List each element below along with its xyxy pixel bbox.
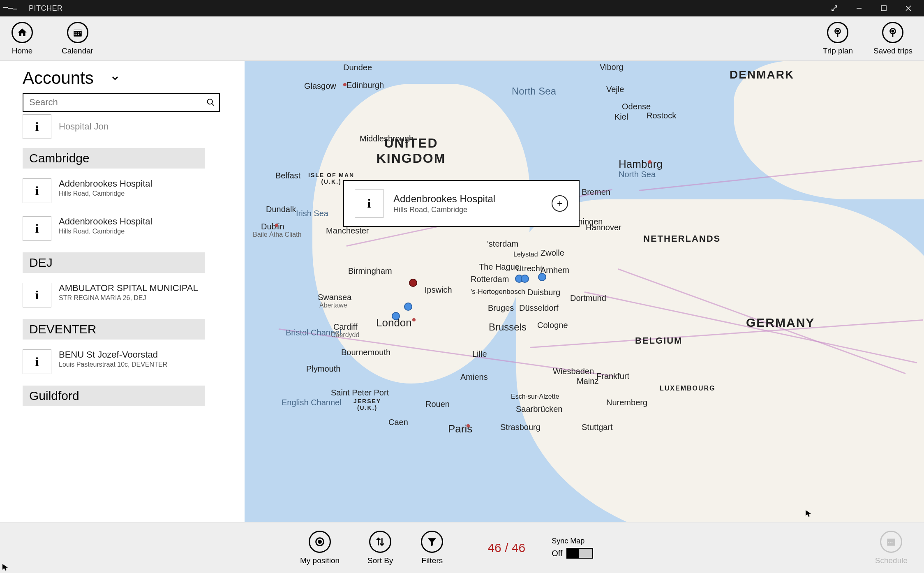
- list-item[interactable]: i AMBULATOR SPITAL MUNICIPAL STR REGINA …: [23, 281, 220, 309]
- city-label: Bremen: [582, 187, 610, 197]
- info-icon[interactable]: i: [23, 114, 51, 139]
- country-label: DENMARK: [730, 68, 794, 81]
- city-label: Caen: [388, 418, 408, 427]
- accounts-dropdown[interactable]: Accounts: [23, 68, 245, 88]
- search-box[interactable]: [23, 93, 220, 112]
- group-header-deventer: DEVENTER: [23, 319, 205, 340]
- filters-button[interactable]: Filters: [421, 531, 443, 565]
- my-position-button[interactable]: My position: [300, 531, 340, 565]
- city-label: Vejle: [606, 85, 624, 94]
- country-label: GERMANY: [746, 316, 815, 330]
- svg-rect-19: [890, 542, 891, 543]
- item-name: Addenbrookes Hospital: [59, 216, 152, 227]
- svg-rect-4: [76, 32, 77, 33]
- pin-icon: [887, 27, 898, 38]
- sync-map-control: Sync Map Off: [552, 537, 593, 559]
- saved-trips-label: Saved trips: [873, 46, 912, 55]
- search-input[interactable]: [29, 97, 206, 108]
- city-sublabel: Baile Átha Cliath: [253, 231, 301, 238]
- city-label: Rostock: [647, 111, 676, 120]
- popup-name: Addenbrookes Hospital: [393, 193, 552, 205]
- list-item[interactable]: i Hospital Jon: [23, 112, 220, 148]
- chevron-down-icon: [110, 73, 120, 83]
- list-item[interactable]: i BENU St Jozef-Voorstad Louis Pasteurst…: [23, 348, 220, 376]
- map-view[interactable]: North Sea North Sea Irish Sea Bristol Ch…: [245, 61, 924, 522]
- svg-rect-9: [78, 34, 79, 35]
- city-label: Viborg: [600, 62, 623, 72]
- trip-plan-button[interactable]: Trip plan: [823, 22, 853, 55]
- map-pin[interactable]: [392, 312, 400, 320]
- list-item[interactable]: i Addenbrookes Hospital Hills Road, Camb…: [23, 177, 220, 205]
- home-button[interactable]: Home: [12, 22, 33, 55]
- map-pin-selected[interactable]: [409, 279, 417, 287]
- saved-trips-button[interactable]: Saved trips: [873, 22, 912, 55]
- city-label: Duisburg: [527, 288, 560, 297]
- city-label: Stuttgart: [582, 423, 613, 432]
- sea-label: North Sea: [619, 170, 656, 179]
- city-label: Cologne: [537, 321, 568, 330]
- city-label: 's-Hertogenbosch: [471, 288, 525, 296]
- target-icon: [314, 536, 326, 548]
- add-to-trip-button[interactable]: +: [552, 195, 568, 212]
- group-header-cambridge: Cambridge: [23, 148, 205, 169]
- city-label: Swansea: [318, 293, 351, 302]
- sort-by-label: Sort By: [367, 556, 393, 565]
- svg-rect-18: [888, 542, 889, 543]
- city-label: Manchester: [326, 226, 369, 236]
- city-label: Hamburg: [619, 158, 663, 171]
- calendar-button[interactable]: Calendar: [62, 22, 93, 55]
- minimize-button[interactable]: [847, 0, 871, 16]
- city-label: Düsseldorf: [519, 303, 559, 313]
- item-name: Addenbrookes Hospital: [59, 178, 152, 189]
- city-label: Dundalk: [266, 205, 296, 214]
- title-bar: PITCHER: [0, 0, 924, 16]
- svg-rect-20: [892, 542, 892, 543]
- country-label: BELGIUM: [635, 335, 682, 346]
- city-label: Zwolle: [541, 248, 564, 258]
- info-icon[interactable]: i: [23, 178, 51, 203]
- city-label: Cardiff: [333, 322, 358, 332]
- city-label: Brussels: [489, 321, 527, 333]
- sort-by-button[interactable]: Sort By: [367, 531, 393, 565]
- schedule-label: Schedule: [875, 556, 908, 565]
- country-label: LUXEMBOURG: [660, 385, 716, 392]
- list-item[interactable]: i Addenbrookes Hospital Hills Road, Camb…: [23, 215, 220, 243]
- close-button[interactable]: [896, 0, 921, 16]
- info-icon[interactable]: i: [23, 349, 51, 374]
- map-pin[interactable]: [521, 275, 529, 283]
- city-label: 'sterdam: [487, 239, 518, 249]
- sync-map-toggle[interactable]: [566, 548, 593, 559]
- svg-rect-3: [74, 32, 75, 33]
- fullscreen-button[interactable]: [822, 0, 847, 16]
- item-name: BENU St Jozef-Voorstad: [59, 349, 167, 360]
- svg-rect-5: [78, 32, 79, 33]
- maximize-button[interactable]: [871, 0, 896, 16]
- info-icon[interactable]: i: [355, 189, 383, 218]
- city-label: Bournemouth: [341, 348, 390, 357]
- city-label: Rotterdam: [471, 275, 509, 284]
- city-label: Esch-sur-Alzette: [511, 393, 559, 400]
- info-icon[interactable]: i: [23, 216, 51, 241]
- toolbar: Home Calendar Trip plan Saved trips: [0, 16, 924, 61]
- calendar-icon: [72, 27, 83, 38]
- accounts-list[interactable]: i Hospital Jon Cambridge i Addenbrookes …: [23, 112, 220, 522]
- city-label: Mainz: [577, 377, 598, 386]
- map-popup: i Addenbrookes Hospital Hills Road, Camb…: [343, 180, 580, 227]
- my-position-label: My position: [300, 556, 340, 565]
- city-sublabel: Caerdydd: [331, 331, 359, 339]
- popup-address: Hills Road, Cambridge: [393, 206, 552, 214]
- city-label: Odense: [622, 102, 651, 111]
- hamburger-menu-button[interactable]: [3, 0, 17, 16]
- city-label: Birmingham: [348, 266, 392, 276]
- map-pin[interactable]: [404, 303, 412, 311]
- sea-label: English Channel: [282, 398, 342, 407]
- info-icon[interactable]: i: [23, 283, 51, 307]
- sidebar: Accounts i Hospital Jon Cambridge i Adde…: [0, 61, 245, 522]
- city-label: Dortmund: [570, 293, 606, 303]
- pin-icon: [832, 27, 843, 38]
- footer-bar: My position Sort By Filters 46 / 46 Sync…: [0, 522, 924, 573]
- group-header-dej: DEJ: [23, 252, 205, 273]
- map-pin[interactable]: [538, 273, 546, 281]
- city-label: Dublin: [261, 222, 284, 231]
- city-label: Frankfurt: [596, 372, 629, 381]
